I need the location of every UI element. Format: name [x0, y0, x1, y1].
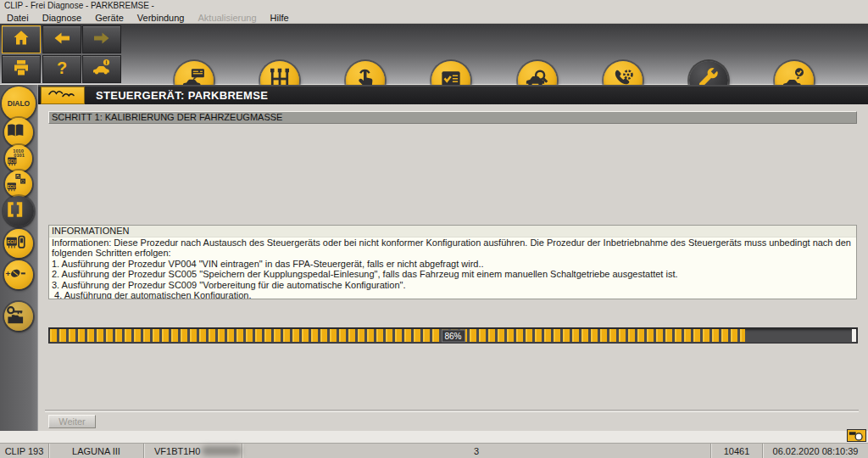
svg-text:ECU: ECU [8, 239, 17, 243]
menu-verbindung[interactable]: Verbindung [131, 13, 192, 23]
vin-redaction-blur [202, 446, 242, 455]
vehicle-info-button[interactable]: i [82, 55, 121, 83]
info-line: 1. Ausführung der Prozedur VP004 "VIN ei… [49, 259, 856, 269]
back-button[interactable] [42, 25, 81, 53]
status-vin: VF1BT1H0 [144, 444, 242, 458]
status-bar: CLIP 193 LAGUNA III VF1BT1H0 3 10461 06.… [0, 443, 868, 458]
info-line: 2. Ausführung der Prozedur SC005 "Speich… [49, 269, 856, 279]
menu-aktualisierung: Aktualisierung [191, 13, 263, 23]
status-vin-text: VF1BT1H0 [154, 446, 200, 456]
documentation-book-icon [4, 120, 33, 146]
sidebar: DIALO 10100101ECU ECU ECU + [0, 85, 38, 431]
svg-text:?: ? [57, 59, 67, 77]
window-title: CLIP - Frei Diagnose - PARKBREMSE - [0, 0, 868, 12]
status-count: 3 [242, 444, 711, 458]
forward-button [82, 25, 121, 53]
info-line: 4. Ausführung der automatischen Konfigur… [49, 290, 856, 299]
svg-text:ECU: ECU [8, 184, 16, 188]
menu-diagnose[interactable]: Diagnose [36, 13, 88, 23]
printer-icon [11, 58, 31, 81]
progress-percent-label: 86% [441, 329, 465, 342]
status-vehicle: LAGUNA III [49, 444, 144, 458]
sidebar-item-connector[interactable] [3, 196, 34, 226]
weiter-button[interactable]: Weiter [48, 415, 96, 428]
progress-bar: 86% [48, 327, 858, 344]
status-datetime: 06.02.2020 08:10:39 [763, 444, 868, 458]
progress-fill [50, 329, 745, 342]
back-arrow-icon [52, 28, 72, 52]
ecu-checklist-icon: ECU [5, 172, 32, 197]
info-panel: INFORMATIONEN Informationen: Diese Proze… [48, 225, 857, 299]
info-line: Informationen: Diese Prozedur nach Austa… [49, 237, 856, 259]
print-button[interactable] [2, 55, 41, 83]
page-title: STEUERGERÄT: PARKBREMSE [85, 89, 268, 102]
sidebar-item-adjust[interactable]: + [4, 260, 33, 289]
status-tool: CLIP 193 [0, 444, 49, 458]
svg-text:i: i [106, 59, 108, 65]
home-icon [11, 28, 31, 52]
content-area: STEUERGERÄT: PARKBREMSE SCHRITT 1: KALIB… [38, 85, 868, 431]
ecu-device-icon: ECU [4, 231, 33, 257]
bottom-strip [0, 431, 868, 443]
menu-bar: Datei Diagnose Geräte Verbindung Aktuali… [0, 12, 868, 24]
dialogys-icon: DIALO [8, 99, 30, 108]
status-code: 10461 [711, 444, 763, 458]
sidebar-item-ecu-device[interactable]: ECU [4, 229, 33, 258]
sidebar-item-dialogys[interactable]: DIALO [2, 87, 36, 120]
vehicle-info-icon: i [92, 58, 112, 81]
clip-logo [41, 87, 85, 104]
ecu-binary-icon: 10100101ECU [5, 147, 32, 171]
svg-text:ECU: ECU [8, 159, 16, 163]
help-button[interactable]: ? [42, 55, 81, 83]
birds-logo-icon [46, 87, 80, 103]
menu-hilfe[interactable]: Hilfe [264, 13, 296, 23]
sidebar-item-ecu-checklist[interactable]: ECU [5, 170, 32, 198]
sidebar-item-ecu-binary[interactable]: 10100101ECU [5, 145, 32, 172]
toolbar: ? i [0, 24, 868, 85]
info-panel-title: INFORMATIONEN [49, 226, 856, 237]
menu-datei[interactable]: Datei [0, 13, 36, 23]
content-header: STEUERGERÄT: PARKBREMSE [38, 85, 868, 104]
connector-brackets-icon [3, 198, 34, 225]
progress-end-cap [852, 329, 856, 342]
info-line: 3. Ausführung der Prozedur SC009 "Vorber… [49, 280, 856, 290]
camera-button[interactable] [847, 429, 866, 442]
forward-arrow-icon [92, 28, 112, 52]
home-button[interactable] [2, 25, 41, 53]
step-header: SCHRITT 1: KALIBRIERUNG DER FAHRZEUGMASS… [48, 111, 857, 124]
sidebar-item-documentation[interactable] [4, 118, 33, 147]
svg-text:+: + [6, 268, 11, 277]
help-icon: ? [52, 58, 72, 81]
divider-groove [45, 410, 859, 412]
key-engine-icon [4, 304, 33, 330]
plus-minus-disc-icon: + [4, 262, 33, 288]
menu-geraete[interactable]: Geräte [88, 13, 131, 23]
sidebar-item-immobilizer[interactable] [4, 302, 33, 331]
